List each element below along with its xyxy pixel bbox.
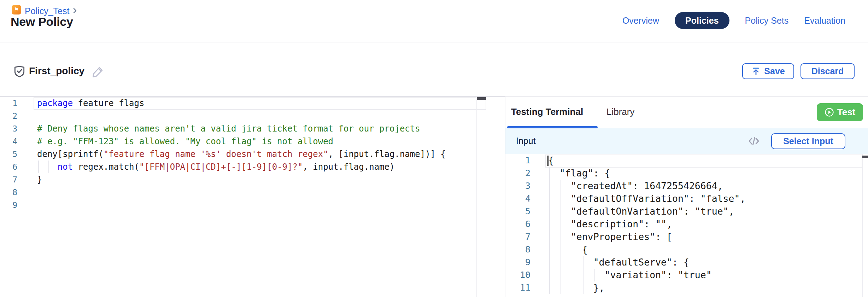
editor-scrollbar-thumb[interactable] bbox=[477, 97, 486, 100]
line-number: 5 bbox=[0, 148, 17, 161]
code-line[interactable]: 10 "variation": "true" bbox=[505, 269, 868, 281]
line-number: 3 bbox=[505, 180, 530, 192]
tab-evaluation[interactable]: Evaluation bbox=[804, 16, 845, 26]
input-header-bar: Input Select Input bbox=[505, 128, 868, 154]
line-number: 11 bbox=[505, 281, 530, 294]
line-number: 7 bbox=[505, 231, 530, 243]
code-line[interactable]: 6 "description": "", bbox=[505, 218, 868, 231]
header-divider bbox=[0, 42, 868, 42]
line-number: 7 bbox=[0, 173, 17, 186]
line-number: 1 bbox=[505, 154, 530, 167]
code-text: { bbox=[548, 154, 554, 167]
editor-scrollbar-track bbox=[862, 154, 863, 297]
code-text: } bbox=[37, 173, 42, 186]
code-line[interactable]: 4 "defaultOffVariation": "false", bbox=[505, 192, 868, 205]
discard-button[interactable]: Discard bbox=[800, 63, 855, 79]
policy-flag-icon: ⚑ bbox=[12, 5, 21, 14]
play-circle-icon bbox=[825, 107, 834, 117]
shield-check-icon bbox=[13, 65, 26, 78]
code-text: "defaultOffVariation": "false", bbox=[548, 192, 745, 205]
test-label: Test bbox=[837, 107, 856, 118]
line-number: 9 bbox=[505, 256, 530, 269]
line-number: 8 bbox=[0, 186, 17, 199]
line-number: 2 bbox=[505, 167, 530, 180]
code-line[interactable]: 7 "envProperties": [ bbox=[505, 231, 868, 243]
testing-panel: Testing Terminal Library Test Input Sele… bbox=[505, 97, 868, 297]
discard-label: Discard bbox=[811, 66, 844, 76]
code-text: # Deny flags whose names aren't a valid … bbox=[37, 122, 420, 135]
input-label: Input bbox=[516, 136, 536, 146]
code-text: "defaultServe": { bbox=[548, 256, 689, 269]
code-text: "envProperties": [ bbox=[548, 231, 672, 243]
tab-library[interactable]: Library bbox=[606, 106, 634, 117]
code-line[interactable]: 3 "createdAt": 1647255426664, bbox=[505, 180, 868, 192]
code-line[interactable]: 6 not regex.match("[FFM|OPA|CI|CD]+[-][1… bbox=[0, 161, 489, 173]
line-number: 5 bbox=[505, 205, 530, 218]
code-line[interactable]: 5deny[sprintf("feature flag name '%s' do… bbox=[0, 148, 489, 161]
edit-pencil-icon[interactable] bbox=[91, 65, 105, 78]
code-brackets-icon[interactable] bbox=[747, 135, 760, 147]
line-number: 8 bbox=[505, 243, 530, 256]
code-text: not regex.match("[FFM|OPA|CI|CD]+[-][1-9… bbox=[37, 161, 394, 173]
code-line[interactable]: 11 }, bbox=[505, 281, 868, 294]
code-line[interactable]: 7} bbox=[0, 173, 489, 186]
code-text: "variation": "true" bbox=[548, 269, 712, 281]
code-text: package feature_flags bbox=[37, 97, 144, 110]
code-text: deny[sprintf("feature flag name '%s' doe… bbox=[37, 148, 446, 161]
line-number: 10 bbox=[505, 269, 530, 281]
line-number: 2 bbox=[0, 110, 17, 122]
tab-testing-terminal[interactable]: Testing Terminal bbox=[511, 106, 583, 117]
code-line[interactable]: 3# Deny flags whose names aren't a valid… bbox=[0, 122, 489, 135]
policy-code-editor[interactable]: 1package feature_flags23# Deny flags who… bbox=[0, 97, 489, 297]
code-text: }, bbox=[548, 281, 605, 294]
code-line[interactable]: 8 bbox=[0, 186, 489, 199]
code-line[interactable]: 1{ bbox=[505, 154, 868, 167]
code-text: "defaultOnVariation": "true", bbox=[548, 205, 734, 218]
code-text: "flag": { bbox=[548, 167, 610, 180]
code-text: # e.g. "FFM-123" is allowed. "My cool fl… bbox=[37, 135, 333, 148]
test-button[interactable]: Test bbox=[817, 103, 863, 121]
tab-policies[interactable]: Policies bbox=[675, 12, 729, 29]
code-line[interactable]: 8 { bbox=[505, 243, 868, 256]
line-number: 3 bbox=[0, 122, 17, 135]
save-label: Save bbox=[764, 66, 785, 76]
policy-name: First_policy bbox=[29, 65, 84, 77]
line-number: 1 bbox=[0, 97, 17, 110]
line-number: 6 bbox=[0, 161, 17, 173]
code-line[interactable]: 9 bbox=[0, 199, 489, 211]
chevron-right-icon bbox=[72, 7, 78, 14]
select-input-button[interactable]: Select Input bbox=[771, 133, 845, 149]
code-line[interactable]: 2 bbox=[0, 110, 489, 122]
save-button[interactable]: Save bbox=[742, 63, 794, 79]
code-line[interactable]: 9 "defaultServe": { bbox=[505, 256, 868, 269]
code-line[interactable]: 4# e.g. "FFM-123" is allowed. "My cool f… bbox=[0, 135, 489, 148]
code-line[interactable]: 5 "defaultOnVariation": "true", bbox=[505, 205, 868, 218]
top-nav: Overview Policies Policy Sets Evaluation bbox=[622, 12, 845, 29]
editor-scrollbar-thumb[interactable] bbox=[862, 156, 868, 158]
line-number: 9 bbox=[0, 199, 17, 211]
code-line[interactable]: 2 "flag": { bbox=[505, 167, 868, 180]
testing-panel-tabs: Testing Terminal Library Test bbox=[505, 97, 868, 128]
line-number: 6 bbox=[505, 218, 530, 231]
tab-policy-sets[interactable]: Policy Sets bbox=[745, 16, 789, 26]
line-number: 4 bbox=[505, 192, 530, 205]
test-input-editor[interactable]: 1{2 "flag": {3 "createdAt": 164725542666… bbox=[505, 154, 868, 297]
tab-overview[interactable]: Overview bbox=[622, 16, 659, 26]
code-text: "description": "", bbox=[548, 218, 672, 231]
code-text: "createdAt": 1647255426664, bbox=[548, 180, 723, 192]
line-number: 4 bbox=[0, 135, 17, 148]
editor-scrollbar-track bbox=[476, 97, 477, 297]
code-line[interactable]: 1package feature_flags bbox=[0, 97, 489, 110]
text-cursor bbox=[547, 156, 549, 166]
code-text: { bbox=[548, 243, 588, 256]
upload-icon bbox=[751, 67, 761, 76]
page-title: New Policy bbox=[11, 15, 73, 29]
